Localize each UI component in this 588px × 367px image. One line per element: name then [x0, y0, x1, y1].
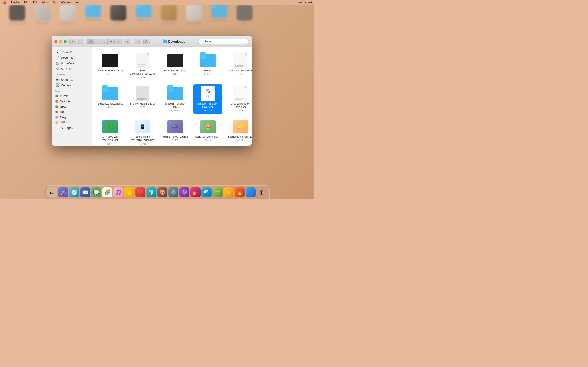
dark-thumbnail: [167, 54, 183, 67]
file-item[interactable]: Smooth Transition Lights 31 items: [161, 84, 190, 114]
dock-mail[interactable]: ✉️: [80, 187, 90, 198]
menu-go[interactable]: Go: [52, 1, 57, 4]
finder-content: SIMPLE_HORROR_BOOK_APP_repl 23 KB Blue t…: [92, 48, 251, 146]
file-size: 68 KB: [237, 139, 243, 142]
file-name: Drop White Short Story.docx: [228, 102, 251, 109]
view-icon-button[interactable]: ⊞: [87, 39, 94, 44]
sidebar-item-bigwave[interactable]: 🏠 Big_Wave: [52, 60, 91, 66]
dock-launchpad[interactable]: 🚀: [58, 187, 68, 198]
dock-app6[interactable]: 🔮: [179, 187, 190, 198]
close-button[interactable]: [54, 40, 57, 43]
file-item[interactable]: Sneaky_Margins_L_JKL_db.repl 88.77: [128, 84, 157, 114]
file-name: Blue type.subtitle_sans.docx: [130, 69, 155, 75]
file-item[interactable]: Slideshow_www.adrive.coll 0 bytes: [226, 51, 251, 81]
green-tag-dot: [55, 105, 58, 108]
file-item[interactable]: 📱 Social Media Marketing_video.doc 66 KB: [128, 117, 157, 146]
desktop: eJoomlaaaa.ddd Google Docs Google Docs U…: [0, 0, 314, 199]
dock-app8[interactable]: 🌊: [201, 187, 212, 198]
dock-messages[interactable]: 💬: [91, 187, 101, 198]
doc-thumbnail: [234, 86, 247, 101]
file-item-selected[interactable]: 🗜 ZIP Smooth Transition Layers.zip 35.2 …: [193, 84, 222, 114]
sidebar-item-all-tags[interactable]: ⋯ All Tags...: [52, 125, 91, 131]
file-thumbnail: [102, 86, 118, 101]
yellow-tag-dot: [55, 121, 58, 124]
sidebar-label-icloud: iCloud D...: [61, 50, 75, 54]
dock-app9[interactable]: 🌱: [212, 187, 223, 198]
file-thumbnail: [102, 53, 118, 68]
view-gallery-dropdown[interactable]: ▾: [115, 39, 121, 44]
file-name: SIMPLE_HORROR_BOOK_APP_repl: [97, 69, 123, 72]
file-size: 131 B: [107, 143, 113, 145]
search-input[interactable]: [204, 40, 247, 43]
sidebar-item-orange[interactable]: Orange: [52, 99, 91, 104]
sidebar-item-airdrop[interactable]: 📡 AirDrop: [52, 66, 91, 71]
view-list-button[interactable]: ≡: [94, 39, 101, 44]
file-item[interactable]: Angle_Presets_or_photo.repl 46 KB: [161, 51, 190, 81]
apple-menu[interactable]: 🍎: [2, 1, 7, 4]
sidebar-item-green[interactable]: Green: [52, 104, 91, 109]
sidebar-item-shouna[interactable]: 💻 Shouna...: [52, 77, 91, 82]
dock-app11[interactable]: 🔥: [234, 187, 245, 198]
dock-safari[interactable]: 🧭: [69, 187, 79, 198]
dock-photos[interactable]: 🌈: [102, 187, 112, 198]
file-item[interactable]: 🍄 Sons_Of_Mario_Best_D_c.db.repl 66.39: [193, 117, 222, 146]
dock-app2[interactable]: ❤️: [135, 187, 145, 198]
forward-button[interactable]: ›: [77, 39, 83, 44]
file-item[interactable]: 🎮 KIRBY_Force_j.ad.repl 31 KB: [161, 117, 190, 146]
file-item[interactable]: Drop White Short Story.docx 11 KB: [226, 84, 251, 114]
dock-app7[interactable]: 💅: [190, 187, 200, 198]
dock-finder[interactable]: 🗂: [47, 187, 57, 198]
sidebar-label-yellow: Yellow: [60, 121, 69, 124]
window-title-area: Downloads: [152, 40, 196, 43]
menu-file[interactable]: File: [23, 1, 29, 4]
file-thumbnail: [233, 53, 249, 68]
menu-help[interactable]: Help: [74, 1, 82, 4]
file-thumbnail: 🧽: [233, 119, 249, 134]
sidebar-item-documents[interactable]: 📄 Docume...: [52, 55, 91, 60]
file-name: Slideshow_www.adrive.coll.C: [97, 102, 123, 105]
file-size: 6 items: [106, 106, 114, 109]
file-size: 31 items: [171, 109, 180, 112]
dock-app12[interactable]: 🌀: [246, 187, 256, 198]
dock-trash[interactable]: 🗑: [257, 187, 267, 198]
sidebar-item-gray[interactable]: Gray: [52, 115, 91, 120]
file-item[interactable]: Slideshow_www.adrive.coll.C 6 items: [95, 84, 124, 114]
minimize-button[interactable]: [59, 40, 62, 43]
tag-button[interactable]: ◯: [143, 39, 150, 44]
app-name[interactable]: Finder: [10, 1, 20, 4]
sidebar-item-icloud[interactable]: ☁ iCloud D...: [52, 49, 91, 55]
computer-icon: 💻: [55, 78, 59, 81]
sidebar-label-bigwave: Big_Wave: [61, 61, 74, 65]
sidebar-item-purple[interactable]: Purple: [52, 93, 91, 99]
menu-window[interactable]: Window: [60, 1, 72, 4]
dock-app3[interactable]: 💎: [146, 187, 156, 198]
view-cover-button[interactable]: ⊟: [108, 39, 115, 44]
file-item[interactable]: SIMPLE_HORROR_BOOK_APP_repl 23 KB: [95, 51, 124, 81]
dock-app10[interactable]: ☀️: [224, 187, 233, 198]
file-item[interactable]: djoner 6 items: [193, 51, 222, 81]
dock-app4[interactable]: 🎨: [157, 187, 167, 198]
file-name: Sons_Of_Mario_Best_D_c.db.repl: [195, 135, 221, 138]
dock-itunes[interactable]: 🎵: [113, 187, 123, 198]
menu-view[interactable]: View: [41, 1, 49, 4]
sidebar-item-remote[interactable]: 💽 Remote...: [52, 82, 91, 88]
settings-button[interactable]: ⚙: [124, 39, 130, 44]
sidebar-label-documents: Docume...: [61, 56, 74, 59]
sidebar-item-red[interactable]: Red: [52, 109, 91, 115]
back-button[interactable]: ‹: [69, 39, 76, 44]
dock-app5[interactable]: ⚙️: [168, 187, 179, 198]
file-item[interactable]: 🌿 So in Love With You_d.ad.repl 131 B: [95, 117, 124, 146]
sidebar-label-purple: Purple: [60, 94, 69, 98]
file-thumbnail: 🌿: [102, 119, 118, 134]
dock-app1[interactable]: ⭐: [124, 187, 134, 198]
purple-tag-dot: [55, 95, 58, 98]
maximize-button[interactable]: [64, 40, 67, 43]
file-item[interactable]: Blue type.subtitle_sans.docx 15 KB: [128, 51, 157, 81]
search-bar[interactable]: 🔍: [198, 39, 249, 44]
file-item[interactable]: 🧽 Spongebob_Drag_No_Zones.repl 68 KB: [226, 117, 251, 146]
file-size: 46 KB: [172, 73, 178, 75]
menu-edit[interactable]: Edit: [32, 1, 39, 4]
sidebar-item-yellow[interactable]: Yellow: [52, 120, 91, 125]
share-button[interactable]: ↑: [135, 39, 141, 44]
view-columns-button[interactable]: ⫼: [101, 39, 108, 44]
